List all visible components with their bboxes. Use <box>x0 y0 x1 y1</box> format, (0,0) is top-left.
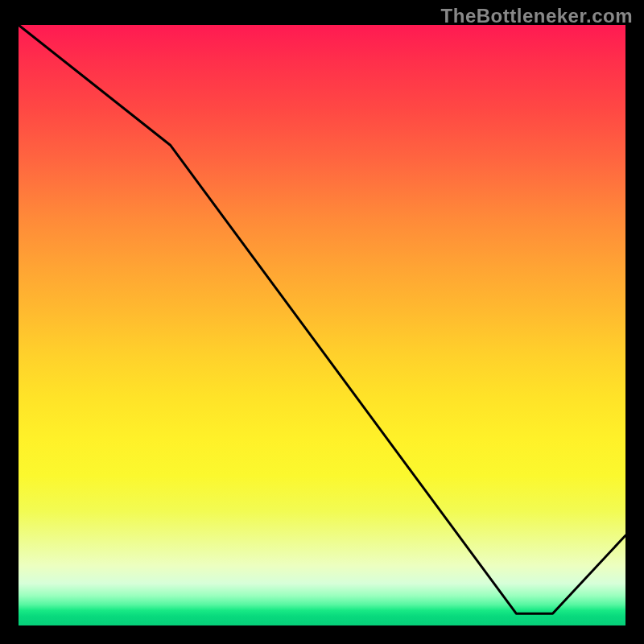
data-line <box>19 25 625 625</box>
watermark-text: TheBottleneker.com <box>441 5 633 27</box>
plot-area <box>16 23 628 628</box>
chart-container: TheBottleneker.com <box>0 0 644 644</box>
